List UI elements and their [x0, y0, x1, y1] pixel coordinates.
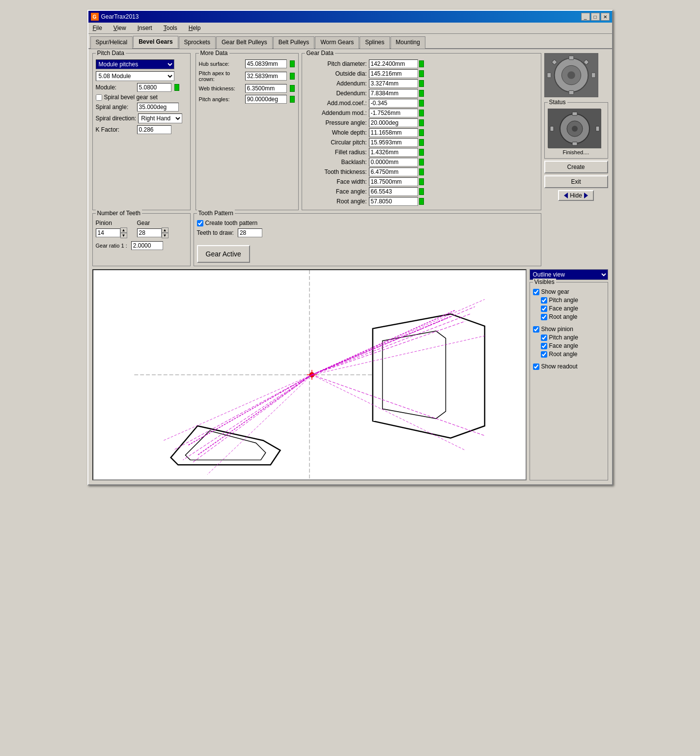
hub-surface-input[interactable]: [245, 59, 287, 68]
pinion-root-angle-label: Root angle: [549, 351, 578, 358]
web-thickness-input[interactable]: [245, 84, 287, 93]
pinion-label: Pinion: [96, 220, 127, 226]
tab-spur-helical[interactable]: Spur/Helical: [90, 36, 133, 49]
menu-bar: File View Insert Tools Help: [88, 23, 612, 34]
pitch-apex-input[interactable]: [245, 72, 287, 81]
gear-pitch-angle-checkbox[interactable]: [541, 297, 547, 304]
module-select[interactable]: 5.08 Module: [96, 71, 174, 81]
gear-data-row: Circular pitch:15.9593mm: [305, 138, 538, 147]
number-of-teeth-group: Number of Teeth Pinion ▲ ▼ Gear: [92, 213, 191, 266]
tooth-pattern-group: Tooth Pattern Create tooth pattern Teeth…: [194, 213, 541, 266]
menu-help[interactable]: Help: [187, 24, 203, 32]
tab-belt-pulleys[interactable]: Belt Pulleys: [273, 36, 315, 49]
gear-face-angle-label: Face angle: [549, 305, 578, 312]
gear-data-label-13: Face angle:: [305, 188, 369, 195]
gear-data-label-1: Outside dia:: [305, 70, 369, 77]
svg-rect-15: [572, 142, 577, 145]
tab-worm-gears[interactable]: Worm Gears: [315, 36, 359, 49]
gear-data-row: Face angle:66.5543: [305, 187, 538, 196]
svg-rect-17: [596, 126, 599, 131]
gear-data-label-14: Root angle:: [305, 198, 369, 205]
pinion-face-angle-checkbox[interactable]: [541, 343, 547, 349]
gear-data-indicator-7: [419, 129, 424, 136]
show-pinion-checkbox[interactable]: [533, 326, 539, 333]
window-title: GearTrax2013: [101, 13, 139, 20]
gear-data-value-13: 66.5543: [369, 187, 418, 196]
gear-data-value-2: 3.3274mm: [369, 79, 418, 88]
svg-rect-5: [569, 90, 574, 94]
gear-data-label: Gear Data: [305, 50, 335, 56]
gear-data-indicator-14: [419, 198, 424, 205]
gear-ratio-input[interactable]: [131, 241, 163, 250]
pitch-apex-indicator: [290, 73, 295, 80]
gear-data-value-1: 145.216mm: [369, 69, 418, 78]
gear-data-row: Addendum:3.3274mm: [305, 79, 538, 88]
create-button[interactable]: Create: [544, 161, 608, 173]
menu-tools[interactable]: Tools: [162, 24, 179, 32]
gear-data-row: Fillet radius:1.4326mm: [305, 148, 538, 157]
menu-file[interactable]: File: [91, 24, 104, 32]
gear-data-indicator-5: [419, 110, 424, 116]
gear-teeth-input[interactable]: [137, 228, 162, 237]
visibles-group: Visibles Show gear Pitch angle Face angl…: [530, 282, 608, 480]
gear-active-button[interactable]: Gear Active: [197, 245, 250, 263]
menu-insert[interactable]: Insert: [136, 24, 154, 32]
gear-data-label-7: Whole depth:: [305, 129, 369, 136]
menu-view[interactable]: View: [112, 24, 128, 32]
maximize-button[interactable]: □: [591, 13, 600, 21]
pitch-angles-input[interactable]: [245, 95, 287, 104]
pitch-type-select[interactable]: Module pitches: [96, 59, 174, 69]
pitch-angles-indicator: [290, 96, 295, 103]
show-pinion-label: Show pinion: [541, 326, 573, 333]
gear-data-label-12: Face width:: [305, 178, 369, 185]
window-controls: _ □ ✕: [581, 13, 610, 21]
pinion-pitch-angle-checkbox[interactable]: [541, 335, 547, 341]
gear-up[interactable]: ▲: [162, 227, 168, 233]
spiral-direction-select[interactable]: Right Hand Left Hand: [138, 113, 182, 123]
teeth-to-draw-input[interactable]: [238, 228, 262, 237]
tab-bevel-gears[interactable]: Bevel Gears: [133, 36, 178, 48]
close-button[interactable]: ✕: [601, 13, 610, 21]
show-gear-checkbox[interactable]: [533, 289, 539, 295]
svg-rect-4: [569, 56, 574, 60]
pinion-up[interactable]: ▲: [120, 227, 127, 233]
tab-sprockets[interactable]: Sprockets: [179, 36, 216, 49]
gear-image: [544, 53, 598, 97]
hide-button[interactable]: Hide: [558, 190, 594, 201]
spiral-checkbox[interactable]: [96, 94, 102, 101]
more-data-group: More Data Hub surface: Pitch apex to cro…: [196, 53, 299, 210]
gear-root-angle-checkbox[interactable]: [541, 314, 547, 320]
tab-mounting[interactable]: Mounting: [391, 36, 425, 49]
pinion-down[interactable]: ▼: [120, 233, 127, 238]
visibles-label: Visibles: [533, 279, 556, 285]
status-label: Status: [548, 99, 567, 106]
pinion-input[interactable]: [96, 228, 120, 237]
gear-data-value-11: 6.4750mm: [369, 168, 418, 176]
show-readout-label: Show readout: [541, 363, 578, 370]
exit-button[interactable]: Exit: [544, 175, 608, 188]
gear-data-indicator-10: [419, 159, 424, 166]
tab-gear-belt-pulleys[interactable]: Gear Belt Pulleys: [216, 36, 273, 49]
pinion-spinner[interactable]: ▲ ▼: [120, 227, 127, 238]
gear-spinner[interactable]: ▲ ▼: [162, 227, 168, 238]
show-readout-checkbox[interactable]: [533, 364, 539, 370]
gear-data-label-9: Fillet radius:: [305, 149, 369, 156]
module-input[interactable]: [137, 83, 171, 92]
k-factor-input[interactable]: [137, 125, 171, 134]
gear-down[interactable]: ▼: [162, 233, 168, 238]
gear-face-angle-checkbox[interactable]: [541, 306, 547, 312]
minimize-button[interactable]: _: [581, 13, 590, 21]
gear-teeth-label: Gear: [137, 220, 168, 226]
tab-splines[interactable]: Splines: [360, 36, 390, 49]
spiral-direction-label: Spiral direction:: [96, 115, 137, 122]
pinion-root-angle-checkbox[interactable]: [541, 351, 547, 358]
gear-data-row: Outside dia:145.216mm: [305, 69, 538, 78]
gear-data-indicator-11: [419, 168, 424, 175]
gear-data-indicator-9: [419, 149, 424, 156]
tabs-container: Spur/Helical Bevel Gears Sprockets Gear …: [88, 34, 612, 49]
spiral-angle-input[interactable]: [137, 103, 179, 112]
create-tooth-pattern-checkbox[interactable]: [197, 220, 203, 226]
gear-data-value-12: 18.7500mm: [369, 177, 418, 186]
gear-data-row: Add.mod.coef.:-0.345: [305, 99, 538, 108]
pinion-face-angle-label: Face angle: [549, 342, 578, 349]
